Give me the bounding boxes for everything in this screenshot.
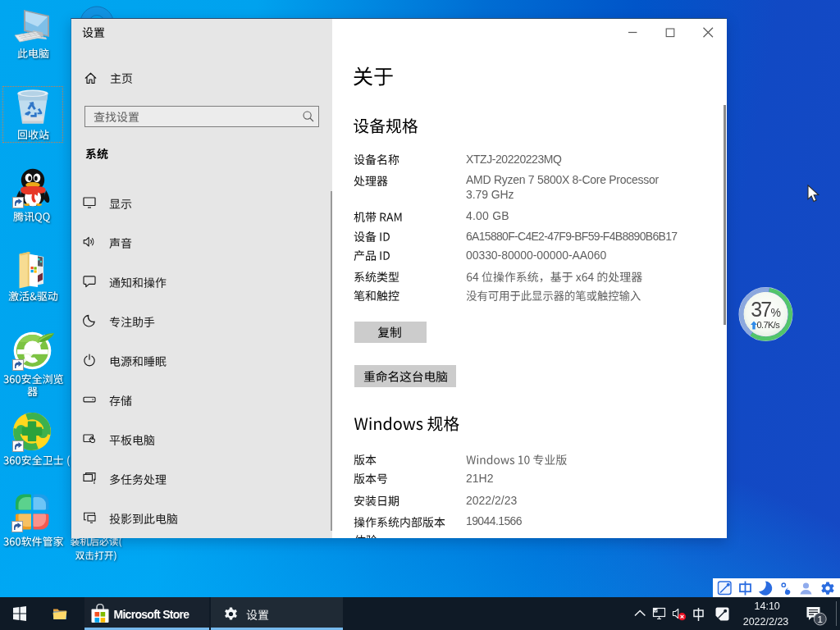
svg-text:1: 1: [818, 614, 823, 624]
